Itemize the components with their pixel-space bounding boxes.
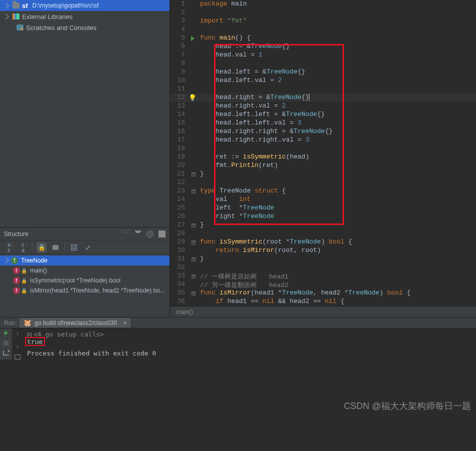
close-icon[interactable]: × xyxy=(123,320,126,326)
code-line[interactable]: 8 xyxy=(170,60,476,68)
code-line[interactable]: 2 xyxy=(170,8,476,17)
code-line[interactable]: 22 xyxy=(170,178,476,187)
run-config-tab[interactable]: 🐹 go build sf/newclass2/class030 × xyxy=(20,318,130,328)
expand-icon[interactable]: + xyxy=(27,333,32,338)
code-line[interactable]: 18 xyxy=(170,144,476,153)
go-icon: 🐹 xyxy=(24,319,32,326)
fold-icon[interactable] xyxy=(192,274,196,278)
type-icon: T xyxy=(11,257,18,264)
code-line[interactable]: 11 xyxy=(170,85,476,94)
library-icon xyxy=(12,14,20,20)
fold-icon[interactable] xyxy=(192,224,196,228)
line-number: 17 xyxy=(170,136,188,144)
structure-panel: Structure az↓ za↓ 🔒 ⤢ TTreeNodef🔒ma xyxy=(0,227,170,317)
code-line[interactable]: 9 head.left = &TreeNode{} xyxy=(170,68,476,76)
fold-icon[interactable] xyxy=(192,258,196,262)
sort-alpha-desc-button[interactable]: za↓ xyxy=(18,242,28,252)
layout-button[interactable] xyxy=(3,350,9,356)
line-number: 33 xyxy=(170,272,188,280)
code-line[interactable]: 16 head.right.right = &TreeNode{} xyxy=(170,128,476,136)
output-true: true xyxy=(27,338,42,346)
scratch-icon xyxy=(16,24,24,30)
project-root[interactable]: sf D:\mysetup\gopath\src\sf xyxy=(0,0,170,11)
code-line[interactable]: 36 if head1 == nil && head2 == nil { xyxy=(170,298,476,306)
function-icon: f xyxy=(13,287,20,294)
gear-icon[interactable] xyxy=(146,230,154,238)
structure-item[interactable]: f🔒isMirror(head1 *TreeNode, head2 *TreeN… xyxy=(0,286,170,296)
code-line[interactable]: 7 head.val = 1 xyxy=(170,51,476,60)
line-number: 30 xyxy=(170,246,188,255)
rerun-button[interactable] xyxy=(4,330,8,336)
chevron-right-icon xyxy=(3,2,8,8)
fold-icon[interactable] xyxy=(192,172,196,176)
code-line[interactable]: 12💡 head.right = &TreeNode{} xyxy=(170,94,476,102)
structure-header: Structure xyxy=(0,228,170,240)
code-line[interactable]: 23type TreeNode struct { xyxy=(170,187,476,196)
line-number: 10 xyxy=(170,76,188,85)
code-line[interactable]: 30 return isMirror(root, root) xyxy=(170,246,476,255)
structure-toolbar: az↓ za↓ 🔒 ⤢ xyxy=(0,240,170,254)
code-line[interactable]: 29func isSymmetric(root *TreeNode) bool … xyxy=(170,238,476,246)
line-number: 11 xyxy=(170,85,188,94)
code-line[interactable]: 13 head.right.val = 2 xyxy=(170,102,476,110)
code-line[interactable]: 14 head.left.left = &TreeNode{} xyxy=(170,110,476,119)
structure-item-label: isMirror(head1 *TreeNode, head2 *TreeNod… xyxy=(30,287,165,294)
structure-item[interactable]: f🔒isSymmetric(root *TreeNode) bool xyxy=(0,276,170,286)
code-line[interactable]: 6 head := &TreeNode{} xyxy=(170,42,476,51)
scratches-and-consoles[interactable]: Scratches and Consoles xyxy=(0,22,170,33)
run-gutter-icon[interactable] xyxy=(191,36,194,41)
chevron-right-icon xyxy=(3,258,8,263)
code-line[interactable]: 33// 一棵树是原始树 head1 xyxy=(170,272,476,280)
code-line[interactable]: 21} xyxy=(170,170,476,178)
stop-button[interactable] xyxy=(4,340,8,346)
project-tree[interactable]: sf D:\mysetup\gopath\src\sf External Lib… xyxy=(0,0,170,227)
fold-icon[interactable] xyxy=(192,240,196,244)
code-line[interactable]: 26 right *TreeNode xyxy=(170,212,476,221)
fold-icon[interactable] xyxy=(192,292,196,296)
code-line[interactable]: 10 head.left.val = 2 xyxy=(170,76,476,85)
line-number: 5 xyxy=(170,34,188,42)
code-line[interactable]: 34// 另一棵是翻面树 head2 xyxy=(170,280,476,289)
code-line[interactable]: 32 xyxy=(170,264,476,272)
run-tabbar: Run: 🐹 go build sf/newclass2/class030 × xyxy=(0,318,476,328)
external-libraries[interactable]: External Libraries xyxy=(0,11,170,22)
sort-alpha-asc-button[interactable]: az↓ xyxy=(4,242,14,252)
fold-icon[interactable] xyxy=(192,190,196,194)
code-line[interactable]: 19 ret := isSymmetric(head) xyxy=(170,153,476,162)
code-line[interactable]: 27} xyxy=(170,221,476,230)
code-line[interactable]: 1package main xyxy=(170,0,476,8)
show-private-button[interactable]: 🔒 xyxy=(36,242,46,252)
code-line[interactable]: 17 head.right.right.val = 3 xyxy=(170,136,476,144)
soft-wrap-button[interactable] xyxy=(14,354,20,360)
code-editor[interactable]: 1package main23import "fmt"45func main()… xyxy=(170,0,476,317)
run-label: Run: xyxy=(4,320,16,326)
structure-item[interactable]: f🔒main() xyxy=(0,266,170,276)
line-number: 14 xyxy=(170,110,188,119)
line-number: 27 xyxy=(170,221,188,230)
expand-all-icon[interactable] xyxy=(122,230,130,238)
code-line[interactable]: 35func isMirror(head1 *TreeNode, head2 *… xyxy=(170,289,476,298)
code-line[interactable]: 28 xyxy=(170,230,476,238)
code-line[interactable]: 3import "fmt" xyxy=(170,17,476,26)
structure-list[interactable]: TTreeNodef🔒main()f🔒isSymmetric(root *Tre… xyxy=(0,254,170,317)
expand-tree-button[interactable] xyxy=(69,242,79,252)
code-line[interactable]: 20 fmt.Println(ret) xyxy=(170,162,476,170)
scroll-from-source-icon[interactable] xyxy=(134,230,142,238)
code-line[interactable]: 4 xyxy=(170,26,476,34)
editor-breadcrumb[interactable]: main() xyxy=(170,306,476,317)
bulb-icon[interactable]: 💡 xyxy=(188,94,196,102)
folder-icon xyxy=(12,2,20,8)
collapse-tree-button[interactable]: ⤢ xyxy=(83,242,93,252)
code-line[interactable]: 31} xyxy=(170,255,476,264)
show-files-button[interactable] xyxy=(50,242,60,252)
code-line[interactable]: 24 val int xyxy=(170,196,476,204)
code-line[interactable]: 25 left *TreeNode xyxy=(170,204,476,212)
code-line[interactable]: 15 head.left.left.val = 3 xyxy=(170,119,476,128)
previous-button[interactable] xyxy=(16,330,19,338)
chevron-right-icon xyxy=(3,14,8,19)
structure-item[interactable]: TTreeNode xyxy=(0,256,170,266)
minimize-icon[interactable] xyxy=(158,230,166,238)
console-output[interactable]: +<4 go setup calls> true Process finishe… xyxy=(23,328,476,360)
code-line[interactable]: 5func main() { xyxy=(170,34,476,42)
next-button[interactable] xyxy=(16,342,19,350)
